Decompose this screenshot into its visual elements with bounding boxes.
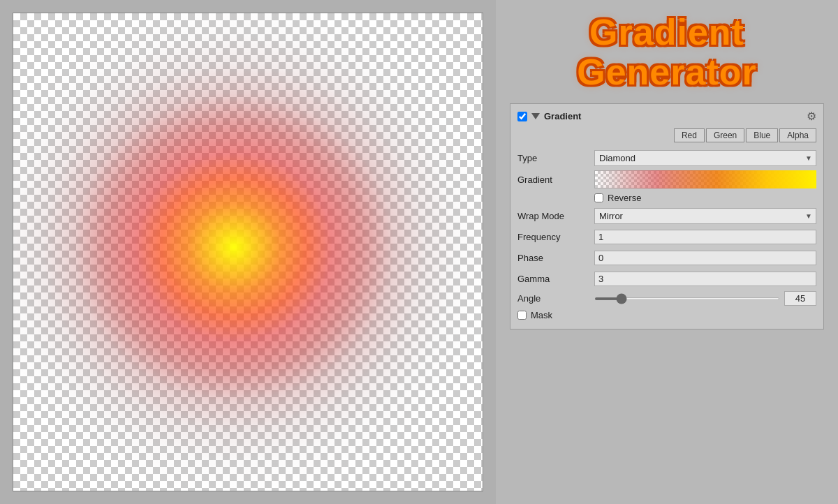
gradient-bar-overlay (594, 170, 816, 188)
channel-btn-blue[interactable]: Blue (746, 128, 778, 142)
channel-btn-red[interactable]: Red (674, 128, 705, 142)
panel-header: Gradient ⚙ (517, 110, 816, 123)
channel-buttons: Red Green Blue Alpha (517, 128, 816, 142)
phase-input[interactable] (594, 251, 816, 265)
channel-btn-alpha[interactable]: Alpha (779, 128, 816, 142)
gamma-row: Gamma (517, 270, 816, 287)
gradient-label: Gradient (517, 175, 594, 185)
gradient-row: Gradient (517, 170, 816, 188)
frequency-label: Frequency (517, 232, 594, 242)
phase-row: Phase (517, 249, 816, 266)
angle-row: Angle (517, 291, 816, 306)
frequency-control (594, 230, 816, 244)
angle-label: Angle (517, 293, 594, 304)
type-dropdown-wrap: Linear Radial Diamond Conical Square ▼ (594, 150, 816, 166)
type-label: Type (517, 153, 594, 163)
frequency-input[interactable] (594, 230, 816, 244)
channel-btn-green[interactable]: Green (706, 128, 744, 142)
panel-collapse-triangle[interactable] (531, 113, 540, 119)
type-select[interactable]: Linear Radial Diamond Conical Square (594, 150, 816, 166)
angle-value-input[interactable] (784, 291, 816, 306)
gradient-bar-control (594, 170, 816, 188)
wrap-mode-select[interactable]: None Repeat Mirror (594, 208, 816, 224)
canvas-wrapper (13, 13, 483, 491)
gradient-bar-container[interactable] (594, 170, 816, 188)
mask-row: Mask (517, 310, 816, 320)
frequency-row: Frequency (517, 228, 816, 245)
wrap-mode-dropdown-wrap: None Repeat Mirror ▼ (594, 208, 816, 224)
reverse-row: Reverse (594, 193, 816, 203)
gamma-input[interactable] (594, 272, 816, 286)
phase-control (594, 251, 816, 265)
panel-title: Gradient (544, 111, 581, 121)
panel-header-left: Gradient (517, 111, 581, 121)
gradient-panel: Gradient ⚙ Red Green Blue Alpha Type Lin… (510, 103, 824, 329)
app-title: Gradient Generator (510, 13, 824, 92)
canvas-area (0, 0, 496, 504)
right-panel: Gradient Generator Gradient ⚙ Red Green … (496, 0, 838, 504)
gradient-preview (13, 13, 483, 491)
gamma-control (594, 272, 816, 286)
panel-enabled-checkbox[interactable] (517, 112, 527, 121)
type-row: Type Linear Radial Diamond Conical Squar… (517, 149, 816, 166)
reverse-checkbox[interactable] (594, 193, 603, 202)
wrap-mode-label: Wrap Mode (517, 211, 594, 221)
title-area: Gradient Generator (510, 13, 824, 92)
reverse-label: Reverse (608, 193, 641, 203)
mask-label: Mask (531, 310, 552, 320)
wrap-mode-row: Wrap Mode None Repeat Mirror ▼ (517, 207, 816, 224)
mask-checkbox[interactable] (517, 311, 527, 320)
angle-slider[interactable] (594, 297, 780, 300)
gamma-label: Gamma (517, 274, 594, 284)
gear-icon[interactable]: ⚙ (807, 110, 816, 123)
angle-slider-wrap (594, 291, 816, 306)
phase-label: Phase (517, 253, 594, 263)
